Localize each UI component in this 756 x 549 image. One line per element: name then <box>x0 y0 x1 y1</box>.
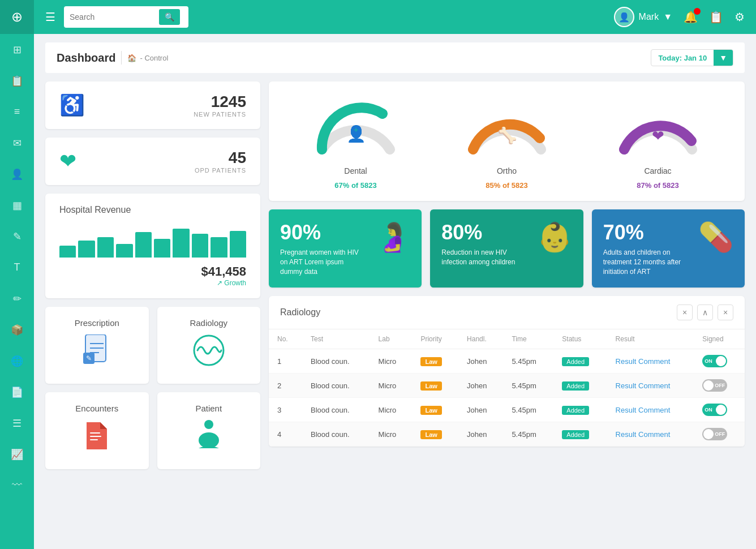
search-input[interactable] <box>70 12 154 22</box>
radiology-close-button[interactable]: × <box>677 304 693 320</box>
sidebar-item-schedule[interactable]: ≡ <box>0 96 34 127</box>
dental-donut-svg: 👤 + <box>311 93 401 161</box>
toggle-knob <box>703 429 714 439</box>
sidebar-item-forms[interactable]: ✏ <box>0 283 34 314</box>
art-adults-card: 70% Adults and children on treatment 12 … <box>592 209 745 288</box>
row-handler: Johen <box>458 349 503 374</box>
sidebar-item-pulse[interactable]: 〰 <box>0 470 34 501</box>
result-comment-link[interactable]: Result Comment <box>616 381 671 390</box>
priority-badge: Law <box>420 406 441 415</box>
cardiac-percent: 87% of 5823 <box>637 181 678 190</box>
patient-title: Patient <box>195 404 222 413</box>
bar-7 <box>173 229 189 258</box>
bar-1 <box>59 246 76 258</box>
clipboard-icon-wrapper[interactable]: 📋 <box>709 10 723 24</box>
hiv-children-percent: 80% <box>441 221 521 245</box>
encounters-icon <box>84 420 109 458</box>
row-status: Added <box>553 374 607 398</box>
hamburger-button[interactable]: ☰ <box>45 10 55 24</box>
revenue-growth: ↗ Growth <box>217 279 246 287</box>
search-box: 🔍 <box>64 6 188 28</box>
signed-toggle[interactable]: ON <box>702 404 727 416</box>
sidebar-item-packages[interactable]: 📦 <box>0 314 34 345</box>
sidebar-item-edit[interactable]: ✎ <box>0 221 34 252</box>
row-time: 5.45pm <box>503 398 553 422</box>
search-button[interactable]: 🔍 <box>159 9 180 25</box>
row-test: Blood coun. <box>302 374 370 398</box>
row-test: Blood coun. <box>302 349 370 374</box>
date-dropdown-button[interactable]: ▼ <box>714 50 733 66</box>
revenue-card: Hospital Revenue $41,458 <box>45 194 260 298</box>
pregnant-icon: 🤰 <box>375 221 410 254</box>
col-lab: Lab <box>370 329 413 349</box>
notification-icon-wrapper[interactable]: 🔔 <box>684 10 698 24</box>
hiv-children-card: 80% Reduction in new HIV infection among… <box>430 209 583 288</box>
date-selector[interactable]: Today: Jan 10 ▼ <box>651 49 733 66</box>
row-result[interactable]: Result Comment <box>607 349 694 374</box>
radiology-collapse-button[interactable]: ∧ <box>697 304 713 320</box>
avatar: 👤 <box>614 7 634 27</box>
art-adults-text: Adults and children on treatment 12 mont… <box>603 248 682 276</box>
sidebar-item-globe[interactable]: 🌐 <box>0 345 34 376</box>
row-result[interactable]: Result Comment <box>607 398 694 422</box>
signed-toggle[interactable]: OFF <box>702 428 727 440</box>
revenue-chart <box>59 224 246 258</box>
result-comment-link[interactable]: Result Comment <box>616 430 671 439</box>
sidebar-item-patients[interactable]: 📋 <box>0 65 34 96</box>
svg-rect-9 <box>90 436 101 437</box>
radiology-card-small[interactable]: Radiology <box>157 307 261 384</box>
reports-icon: ▦ <box>12 199 22 212</box>
sidebar-item-users[interactable]: 👤 <box>0 158 34 190</box>
hiv-children-text: Reduction in new HIV infection among chi… <box>441 248 521 267</box>
svg-rect-10 <box>90 439 98 440</box>
bar-3 <box>97 237 114 258</box>
row-signed[interactable]: OFF <box>694 374 745 398</box>
sidebar-item-files[interactable]: 📄 <box>0 376 34 408</box>
row-signed[interactable]: OFF <box>694 422 745 447</box>
new-patients-info: 1245 NEW PATIENTS <box>194 93 246 118</box>
user-info[interactable]: 👤 Mark ▼ <box>614 7 672 27</box>
files-icon: 📄 <box>11 386 23 398</box>
row-result[interactable]: Result Comment <box>607 374 694 398</box>
radiology-minimize-button[interactable]: × <box>718 304 733 320</box>
row-result[interactable]: Result Comment <box>607 422 694 447</box>
status-badge: Added <box>562 430 589 439</box>
result-comment-link[interactable]: Result Comment <box>616 406 671 414</box>
sidebar-item-reports[interactable]: ▦ <box>0 190 34 221</box>
chart-icon: 📈 <box>11 448 23 461</box>
sidebar-logo[interactable]: ⊕ <box>0 0 34 34</box>
row-no: 2 <box>269 374 302 398</box>
row-signed[interactable]: ON <box>694 349 745 374</box>
patient-card[interactable]: Patient <box>157 392 261 469</box>
settings-icon-wrapper[interactable]: ⚙ <box>734 10 745 24</box>
table-row: 4 Blood coun. Micro Law Johen 5.45pm Add… <box>269 422 745 447</box>
table-row: 2 Blood coun. Micro Law Johen 5.45pm Add… <box>269 374 745 398</box>
sidebar-item-dashboard[interactable]: ⊞ <box>0 34 34 65</box>
row-signed[interactable]: ON <box>694 398 745 422</box>
settings-icon: ⚙ <box>734 11 745 23</box>
sidebar-item-chart[interactable]: 📈 <box>0 439 34 470</box>
packages-icon: 📦 <box>11 324 23 336</box>
sidebar-item-messages[interactable]: ✉ <box>0 127 34 158</box>
opd-patients-card: ❤ 45 OPD PATIENTS <box>45 138 260 185</box>
right-column: 👤 + Dental 67% of 5823 <box>269 82 745 469</box>
signed-toggle[interactable]: ON <box>702 355 727 367</box>
result-comment-link[interactable]: Result Comment <box>616 357 671 366</box>
signed-toggle[interactable]: OFF <box>702 379 727 392</box>
clipboard-icon: 📋 <box>709 11 723 23</box>
radiology-table-title: Radiology <box>280 307 320 318</box>
text-icon: T <box>14 261 20 273</box>
users-icon: 👤 <box>11 168 23 181</box>
prescription-card[interactable]: Prescription ✎ <box>45 307 149 384</box>
bar-8 <box>192 234 208 258</box>
row-status: Added <box>553 422 607 447</box>
sidebar-item-list[interactable]: ☰ <box>0 408 34 439</box>
row-lab: Micro <box>370 398 413 422</box>
priority-badge: Law <box>420 381 441 391</box>
hiv-pregnant-text: Pregnant women with HIV on ART Lorem ips… <box>280 248 359 276</box>
encounters-card[interactable]: Encounters <box>45 392 149 469</box>
row-time: 5.45pm <box>503 374 553 398</box>
sidebar-item-text[interactable]: T <box>0 252 34 283</box>
list-icon: ☰ <box>12 417 22 430</box>
col-priority: Priority <box>412 329 458 349</box>
